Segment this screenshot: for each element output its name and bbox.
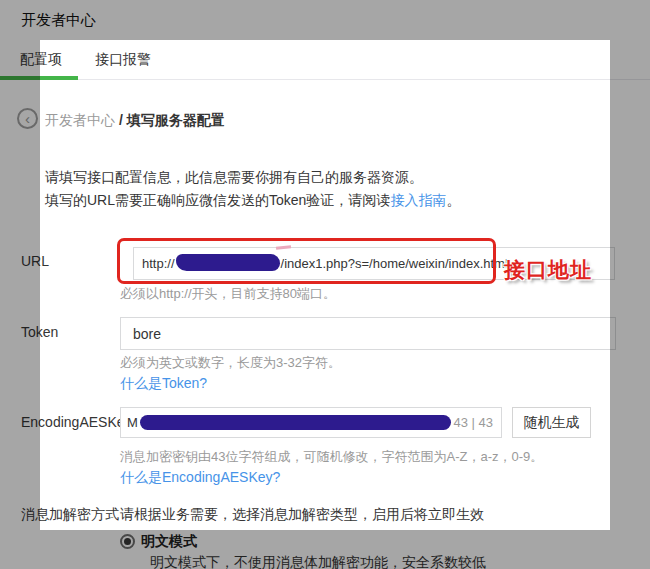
aeskey-value-prefix: M [127,415,138,430]
breadcrumb-parent[interactable]: 开发者中心 [45,112,115,128]
token-input[interactable]: bore [120,317,616,350]
back-button[interactable]: ‹ [17,108,38,129]
what-is-token-link[interactable]: 什么是Token? [120,375,207,393]
token-field-label: Token [21,324,58,340]
redaction-scribble [140,415,452,430]
aeskey-helper-text: 消息加密密钥由43位字符组成，可随机修改，字符范围为A-Z，a-z，0-9。 [120,448,543,466]
aeskey-input[interactable]: M 43 | 43 [120,407,502,438]
url-helper-text: 必须以http://开头，目前支持80端口。 [120,285,336,303]
random-generate-button[interactable]: 随机生成 [512,407,591,438]
token-value: bore [133,326,161,342]
breadcrumb-current: 填写服务器配置 [127,112,225,128]
page-title: 开发者中心 [21,11,96,30]
aeskey-field-label: EncodingAESKey [21,414,132,430]
plaintext-mode-radio[interactable] [120,534,135,549]
aeskey-char-counter: 43 | 43 [453,415,493,430]
access-guide-link[interactable]: 接入指南 [390,192,446,208]
breadcrumb-separator: / [115,112,127,128]
intro-line-1: 请填写接口配置信息，此信息需要你拥有自己的服务器资源。 [45,166,460,189]
tab-bar: 配置项 接口报警 [0,40,650,80]
dim-overlay-top [0,0,650,40]
encrypt-mode-desc: 请根据业务需要，选择消息加解密类型，启用后将立即生效 [120,506,484,524]
annotation-red-box [117,238,496,284]
intro-line-2-suffix: 。 [446,192,460,208]
breadcrumb: 开发者中心 / 填写服务器配置 [45,112,225,130]
token-helper-text: 必须为英文或数字，长度为3-32字符。 [120,354,341,372]
chevron-left-icon: ‹ [25,110,30,127]
intro-text: 请填写接口配置信息，此信息需要你拥有自己的服务器资源。 填写的URL需要正确响应… [45,166,460,212]
intro-line-2-text: 填写的URL需要正确响应微信发送的Token验证，请阅读 [45,192,390,208]
what-is-aeskey-link[interactable]: 什么是EncodingAESKey? [120,469,280,487]
active-tab-indicator [0,76,78,80]
intro-line-2: 填写的URL需要正确响应微信发送的Token验证，请阅读接入指南。 [45,189,460,212]
dim-overlay-right [610,40,650,530]
encrypt-mode-label: 消息加解密方式 [21,506,119,524]
annotation-label: 接口地址 [504,256,592,284]
tab-config-items[interactable]: 配置项 [20,40,62,79]
developer-center-page: 开发者中心 配置项 接口报警 ‹ 开发者中心 / 填写服务器配置 请填写接口配置… [0,0,650,569]
url-field-label: URL [21,253,49,269]
tab-api-alarm[interactable]: 接口报警 [95,40,151,79]
plaintext-mode-option-label[interactable]: 明文模式 [141,533,197,551]
plaintext-mode-option-desc: 明文模式下，不使用消息体加解密功能，安全系数较低 [150,554,486,569]
radio-selected-dot [124,538,131,545]
